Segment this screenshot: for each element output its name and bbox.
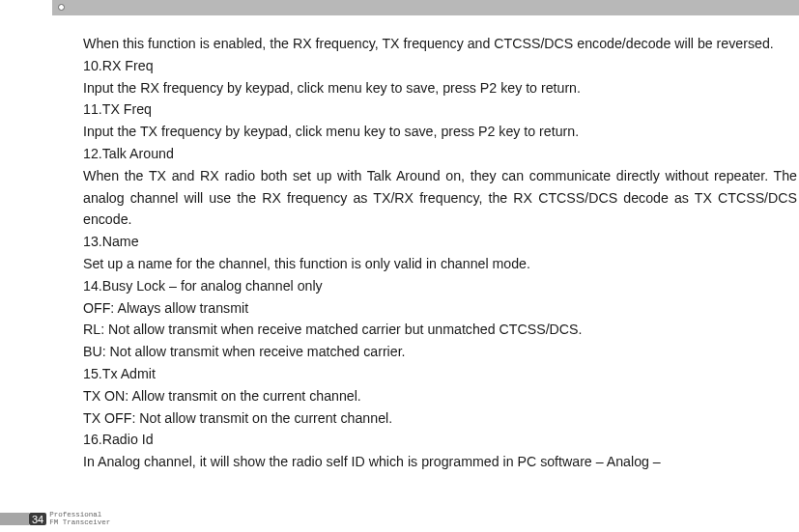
footer-text: Professional FM Transceiver: [49, 512, 110, 526]
text-line: 13.Name: [83, 231, 797, 253]
text-line: BU: Not allow transmit when receive matc…: [83, 341, 797, 363]
text-line: When this function is enabled, the RX fr…: [83, 33, 797, 55]
text-line: 10.RX Freq: [83, 55, 797, 77]
text-line: 15.Tx Admit: [83, 363, 797, 385]
footer-line2: FM Transceiver: [49, 519, 110, 527]
text-line: 16.Radio Id: [83, 429, 797, 451]
footer-bar-icon: [0, 513, 29, 525]
header-bar: [52, 0, 799, 15]
text-line: RL: Not allow transmit when receive matc…: [83, 319, 797, 341]
text-line: Input the RX frequency by keypad, click …: [83, 77, 797, 99]
header-dot-icon: [58, 4, 65, 11]
text-line: 14.Busy Lock – for analog channel only: [83, 275, 797, 297]
text-line: TX OFF: Not allow transmit on the curren…: [83, 407, 797, 430]
page-footer: 34 Professional FM Transceiver: [0, 512, 110, 526]
text-line: TX ON: Allow transmit on the current cha…: [83, 385, 797, 407]
text-line: Input the TX frequency by keypad, click …: [83, 121, 797, 143]
page-number: 34: [29, 513, 46, 525]
text-line: Set up a name for the channel, this func…: [83, 253, 797, 275]
text-line: 11.TX Freq: [83, 98, 797, 121]
text-line: In Analog channel, it will show the radi…: [83, 451, 797, 473]
text-line: OFF: Always allow transmit: [83, 297, 797, 320]
text-line: 12.Talk Around: [83, 143, 797, 165]
text-line: When the TX and RX radio both set up wit…: [83, 165, 797, 231]
document-content: When this function is enabled, the RX fr…: [83, 33, 797, 473]
